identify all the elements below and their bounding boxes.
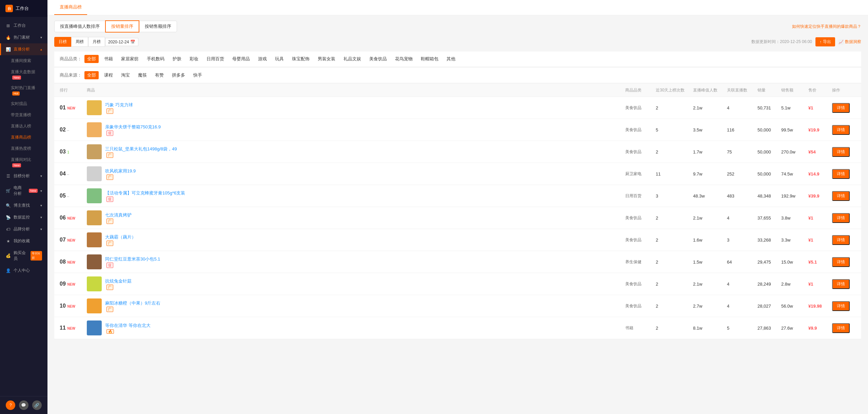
cat-luggage[interactable]: 鞋帽箱包	[418, 55, 441, 63]
src-kuaishou[interactable]: 快手	[191, 71, 205, 79]
detail-button[interactable]: 详情	[832, 125, 850, 135]
detail-button[interactable]: 详情	[832, 301, 850, 311]
export-button[interactable]: ↑ 导出	[815, 37, 835, 46]
sidebar-item-hot-material[interactable]: 🔥 热门素材 ▾	[0, 32, 47, 43]
sidebar-item-monitor[interactable]: 📡 数据监控 ▾	[0, 211, 47, 223]
help-icon-btn[interactable]: ?	[6, 400, 15, 410]
sort-by-peak-viewers-btn[interactable]: 按直播峰值人数排序	[54, 21, 105, 32]
sidebar-sub-live-search[interactable]: 直播间搜索	[0, 55, 47, 66]
detail-button[interactable]: 详情	[832, 235, 850, 245]
chat-icon-btn[interactable]: 💬	[19, 400, 28, 410]
th-action: 操作	[832, 87, 856, 93]
src-pinduoduo[interactable]: 拼多多	[169, 71, 188, 79]
link-icon-btn[interactable]: 🔗	[32, 400, 42, 410]
action-cell: 详情	[832, 213, 856, 223]
sidebar-sub-live-with-goods[interactable]: 带货直播榜	[0, 109, 47, 121]
detail-button[interactable]: 详情	[832, 169, 850, 179]
date-picker[interactable]: 2020-12-24 📅	[105, 38, 138, 46]
product-cell: 巧象 巧克力球 广	[87, 100, 625, 115]
cat-makeup[interactable]: 彩妆	[187, 55, 201, 63]
detail-button[interactable]: 详情	[832, 147, 850, 157]
rank-number: 11	[60, 325, 66, 331]
sidebar-sub-live-hot[interactable]: 实时热门直播 Hot	[0, 82, 47, 98]
sidebar-item-workbench[interactable]: ⊞ 工作台	[0, 20, 47, 32]
cat-pet[interactable]: 花鸟宠物	[392, 55, 415, 63]
th-rank: 排行	[60, 87, 87, 93]
sidebar-item-collection[interactable]: ★ 我的收藏	[0, 235, 47, 247]
sidebar-sub-live-heat[interactable]: 直播热度榜	[0, 143, 47, 154]
src-all[interactable]: 全部	[84, 71, 99, 79]
product-name[interactable]: 抗炫兔金针菇	[105, 278, 132, 284]
monthly-tab[interactable]: 月榜	[88, 37, 105, 47]
cat-home[interactable]: 家居家纺	[118, 55, 141, 63]
cat-jewelry[interactable]: 珠宝配饰	[289, 55, 312, 63]
detail-button[interactable]: 详情	[832, 257, 850, 267]
cat-baby[interactable]: 母婴用品	[230, 55, 253, 63]
sidebar-item-personal[interactable]: 👤 个人中心	[0, 265, 47, 276]
cat-gift[interactable]: 礼品文娱	[341, 55, 364, 63]
detail-button[interactable]: 详情	[832, 191, 850, 201]
sidebar-logo[interactable]: 台 工作台	[0, 0, 47, 17]
src-youzan[interactable]: 有赞	[152, 71, 166, 79]
cat-skincare[interactable]: 护肤	[170, 55, 184, 63]
sidebar-sub-live-goods[interactable]: 实时擂品	[0, 98, 47, 109]
cat-food[interactable]: 美食饮品	[367, 55, 390, 63]
sidebar-item-blogger[interactable]: 🔍 博主查找 ▾	[0, 200, 47, 211]
sidebar-sub-live-talent[interactable]: 直播达人榜	[0, 121, 47, 132]
weekly-tab[interactable]: 周榜	[71, 37, 88, 47]
src-taobao[interactable]: 淘宝	[118, 71, 133, 79]
daily-tab[interactable]: 日榜	[54, 37, 71, 47]
product-name[interactable]: 大藕霸（藕片）	[105, 234, 136, 240]
product-name[interactable]: 亲象华夫饼干整箱750克16.9	[105, 124, 161, 130]
arrow-blogger: ▾	[40, 204, 42, 207]
sidebar-item-brand[interactable]: 🏷 品牌分析 ▾	[0, 223, 47, 235]
price-cell: ¥39.9	[808, 193, 832, 199]
sidebar-item-ecommerce[interactable]: 🛒 电商分析 New ▾	[0, 182, 47, 200]
category-cell: 厨卫家电	[625, 171, 656, 177]
cat-menswear[interactable]: 男装女装	[315, 55, 338, 63]
product-name[interactable]: 麻阳冰糖橙（中果）9斤左右	[105, 300, 160, 306]
shop-icon: 🛒	[5, 188, 11, 193]
product-name[interactable]: 同仁堂红豆薏米茶30小包5.1	[105, 256, 160, 262]
cat-other[interactable]: 其他	[444, 55, 458, 63]
cat-phone[interactable]: 手机数码	[144, 55, 167, 63]
detail-button[interactable]: 详情	[832, 213, 850, 223]
cat-all[interactable]: 全部	[84, 55, 99, 63]
ad-tag: 广	[106, 152, 113, 158]
quick-link[interactable]: 如何快速定位快手直播间的爆款商品？	[792, 24, 861, 29]
sidebar-item-ranking[interactable]: ☰ 挂榜分析 ▾	[0, 170, 47, 182]
sidebar-sub-live-big-data[interactable]: 直播大盘数据 New	[0, 66, 47, 82]
action-cell: 详情	[832, 301, 856, 311]
sort-by-sales-volume-btn[interactable]: 按销量排序	[105, 21, 139, 32]
cat-book[interactable]: 书籍	[101, 55, 116, 63]
sort-by-sales-amount-btn[interactable]: 按销售额排序	[139, 21, 177, 32]
cat-daily[interactable]: 日用百货	[204, 55, 227, 63]
src-course[interactable]: 课程	[101, 71, 116, 79]
detail-button[interactable]: 详情	[832, 103, 850, 113]
rank-cell: 05 --	[60, 193, 87, 199]
data-insight-button[interactable]: 📈 数据洞察	[839, 39, 861, 45]
rank-cell: 02 --	[60, 127, 87, 133]
product-name[interactable]: 巧象 巧克力球	[105, 102, 133, 108]
cat-toy[interactable]: 玩具	[272, 55, 287, 63]
detail-button[interactable]: 详情	[832, 279, 850, 289]
sidebar-item-live-analysis[interactable]: 📊 直播分析 ▴	[0, 43, 47, 55]
cat-game[interactable]: 游戏	[255, 55, 270, 63]
product-name[interactable]: 等你在清华 等你在北大	[105, 323, 151, 329]
tab-live-goods-rank[interactable]: 直播商品榜	[54, 0, 87, 15]
rank-new-badge: NEW	[66, 283, 75, 286]
product-image	[87, 298, 102, 313]
product-name[interactable]: 三只松鼠_坚果大礼包1498g/8袋，49	[105, 146, 177, 152]
detail-button[interactable]: 详情	[832, 323, 850, 333]
peak-viewers-cell: 1.6w	[693, 237, 727, 243]
sidebar-item-member[interactable]: 💰 购买会员 年付6折	[0, 247, 47, 265]
list-icon: ☰	[5, 173, 11, 179]
product-name[interactable]: 七次清真烤驴	[105, 212, 132, 218]
product-name[interactable]: 吹风机家用19.9	[105, 168, 136, 174]
sidebar-sub-live-compare[interactable]: 直播间对比 New	[0, 154, 47, 170]
product-name[interactable]: 【活动专属】可立克蜂蜜牙膏105g*6支装	[105, 190, 185, 196]
sidebar-sub-live-goods-rank[interactable]: 直播商品榜	[0, 132, 47, 143]
src-mogu[interactable]: 魔筷	[135, 71, 150, 79]
sidebar-label-ecommerce: 电商分析	[14, 185, 25, 196]
rank-number: 03	[60, 149, 66, 154]
